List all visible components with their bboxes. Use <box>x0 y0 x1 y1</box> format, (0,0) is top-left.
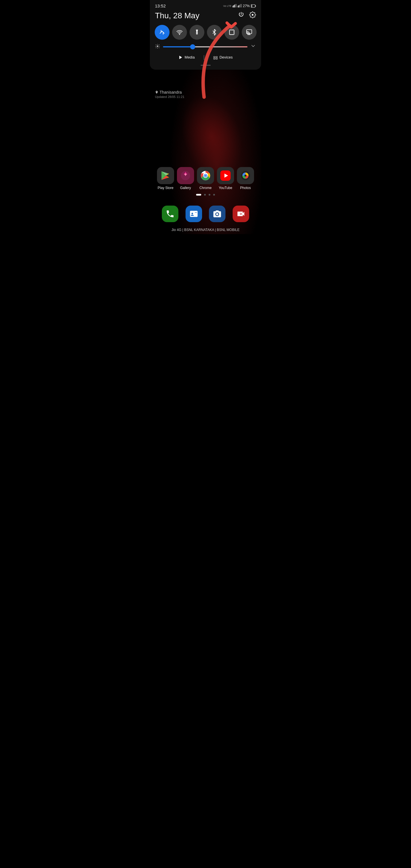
media-devices-divider: | <box>203 54 204 60</box>
photos-label: Photos <box>240 186 251 190</box>
svg-rect-22 <box>216 56 217 57</box>
date-display: Thu, 28 May <box>155 11 199 20</box>
svg-point-13 <box>179 34 180 35</box>
media-label: Media <box>185 55 195 59</box>
status-icons: Vo LTE 27% <box>223 4 256 8</box>
weather-location: Thanisandra <box>155 90 184 94</box>
svg-rect-1 <box>233 5 234 7</box>
brightness-icon <box>155 44 160 50</box>
svg-rect-21 <box>214 58 215 59</box>
signal-icon <box>232 4 236 8</box>
svg-point-32 <box>244 175 246 177</box>
mobile-data-toggle[interactable] <box>155 25 169 40</box>
svg-rect-6 <box>239 5 239 7</box>
brightness-expand-button[interactable] <box>250 43 256 50</box>
devices-button[interactable]: Devices <box>213 55 232 60</box>
play-store-label: Play Store <box>158 186 173 190</box>
date-actions <box>238 11 256 20</box>
svg-point-15 <box>196 33 197 33</box>
quick-toggles-row <box>150 24 261 41</box>
page-indicator-3 <box>213 194 215 195</box>
svg-rect-16 <box>229 30 234 35</box>
svg-rect-7 <box>240 5 240 7</box>
weather-updated: Updated 28/05 11:21 <box>155 95 184 98</box>
app-grid: Play Store Gallery <box>150 167 261 190</box>
status-time: 13:52 <box>155 3 166 8</box>
svg-marker-19 <box>179 56 182 59</box>
svg-rect-20 <box>214 56 215 57</box>
media-devices-row: Media | Devices <box>150 53 261 63</box>
page-indicator-0 <box>196 194 201 195</box>
svg-rect-11 <box>251 5 252 7</box>
svg-rect-5 <box>238 6 238 7</box>
svg-rect-9 <box>241 4 242 7</box>
svg-rect-23 <box>216 58 217 59</box>
weather-widget: Thanisandra Updated 28/05 11:21 <box>155 90 184 98</box>
sim-icon: Vo LTE <box>223 5 231 7</box>
dock-apps-row <box>150 203 261 228</box>
bottom-dock: Jio 4G | BSNL KARNATAKA | BSNL MOBILE <box>150 203 261 234</box>
dock-phone[interactable] <box>162 206 179 222</box>
screenshot-toggle[interactable] <box>224 25 239 40</box>
signal2-icon <box>238 4 242 8</box>
bluetooth-toggle[interactable] <box>207 25 222 40</box>
app-play-store[interactable]: Play Store <box>157 167 174 190</box>
svg-point-18 <box>157 45 158 47</box>
notification-handle <box>150 63 261 66</box>
settings-button[interactable] <box>249 11 256 20</box>
chrome-label: Chrome <box>199 186 212 190</box>
cast-toggle[interactable] <box>242 25 257 40</box>
dock-screen-record[interactable] <box>232 206 249 222</box>
flashlight-toggle[interactable] <box>190 25 204 40</box>
dock-contacts[interactable] <box>186 206 202 222</box>
carrier-text: Jio 4G | BSNL KARNATAKA | BSNL MOBILE <box>150 228 261 234</box>
brightness-slider[interactable] <box>163 46 248 48</box>
svg-point-35 <box>240 213 242 214</box>
app-chrome[interactable]: Chrome <box>197 167 214 190</box>
svg-rect-3 <box>235 4 236 7</box>
page-indicator-1 <box>204 194 206 195</box>
wifi-toggle[interactable] <box>172 25 187 40</box>
dock-camera[interactable] <box>209 206 225 222</box>
app-youtube[interactable]: YouTube <box>217 167 234 190</box>
app-photos[interactable]: Photos <box>237 167 254 190</box>
svg-rect-8 <box>240 4 241 7</box>
svg-point-33 <box>216 213 218 215</box>
status-bar: 13:52 Vo LTE <box>150 0 261 10</box>
location-name: Thanisandra <box>160 90 182 94</box>
photos-icon-wrapper <box>237 167 254 184</box>
svg-rect-4 <box>236 4 236 7</box>
battery-icon <box>251 4 256 8</box>
quick-settings-panel: 13:52 Vo LTE <box>150 0 261 70</box>
media-button[interactable]: Media <box>179 55 195 60</box>
battery-text: 27% <box>243 4 250 8</box>
youtube-icon-wrapper <box>217 167 234 184</box>
app-gallery[interactable]: Gallery <box>177 167 194 190</box>
svg-rect-2 <box>234 5 235 7</box>
gallery-icon-wrapper <box>177 167 194 184</box>
svg-point-29 <box>204 175 207 177</box>
brightness-row <box>150 41 261 53</box>
chrome-icon-wrapper <box>197 167 214 184</box>
devices-label: Devices <box>220 55 232 59</box>
power-button[interactable] <box>238 11 245 20</box>
youtube-label: YouTube <box>219 186 232 190</box>
brightness-thumb[interactable] <box>190 44 195 50</box>
handle-bar <box>201 65 211 66</box>
play-store-icon-wrapper <box>157 167 174 184</box>
svg-rect-0 <box>232 6 233 7</box>
page-indicator-2 <box>209 194 210 195</box>
date-row: Thu, 28 May <box>150 10 261 24</box>
svg-rect-12 <box>255 5 256 6</box>
page-indicators <box>150 194 261 195</box>
gallery-label: Gallery <box>180 186 191 190</box>
